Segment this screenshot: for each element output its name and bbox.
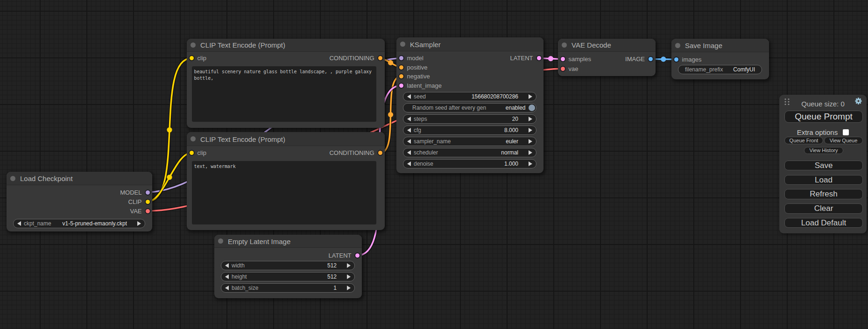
decrement-arrow-icon[interactable] (407, 139, 411, 144)
input-port-images-dot[interactable] (674, 57, 678, 62)
output-port-label: CLIP (128, 198, 142, 205)
output-port-MODEL-dot[interactable] (146, 190, 150, 195)
queue-front-button[interactable]: Queue Front (784, 137, 823, 144)
drag-handle-icon[interactable] (784, 98, 790, 105)
input-port-positive-dot[interactable] (399, 65, 403, 70)
refresh-button[interactable]: Refresh (784, 189, 863, 199)
node-clip-negative[interactable]: CLIP Text Encode (Prompt) clip CONDITION… (187, 132, 385, 230)
node-empty-latent[interactable]: Empty Latent Image LATENT width512 heigh… (214, 235, 362, 298)
output-port-label: IMAGE (625, 56, 645, 63)
link-negative-conditioning-to-ksampler-midpoint-dot[interactable] (388, 112, 393, 117)
node-vae-decode[interactable]: VAE Decode samples vae IMAGE (558, 39, 656, 76)
widget-ckpt_name[interactable]: ckpt_namev1-5-pruned-emaonly.ckpt (13, 219, 145, 228)
increment-arrow-icon[interactable] (347, 274, 351, 279)
input-port-label: latent_image (407, 82, 442, 89)
node-ksampler[interactable]: KSampler model positive negative latent_… (396, 37, 543, 173)
input-port-negative-dot[interactable] (399, 74, 403, 78)
input-negative: negative (399, 72, 430, 81)
link-clip-to-positive-prompt-midpoint-dot[interactable] (167, 127, 172, 133)
input-port-label: clip (198, 149, 207, 156)
load-default-button[interactable]: Load Default (784, 218, 863, 228)
increment-arrow-icon[interactable] (529, 94, 532, 99)
widget-cfg[interactable]: cfg8.000 (403, 126, 536, 135)
input-latent_image: latent_image (399, 81, 442, 90)
output-CONDITIONING: CONDITIONING (329, 148, 382, 158)
node-graph-canvas[interactable]: Load Checkpoint MODEL CLIP VAE ckpt_name… (0, 0, 868, 329)
node-body: LATENT width512 height512 batch_size1 (214, 235, 362, 298)
input-port-latent_image-dot[interactable] (399, 84, 403, 88)
widget-denoise[interactable]: denoise1.000 (403, 159, 536, 168)
output-port-CONDITIONING-dot[interactable] (378, 56, 382, 60)
increment-arrow-icon[interactable] (347, 286, 351, 290)
increment-arrow-icon[interactable] (529, 161, 532, 166)
input-model: model (399, 54, 423, 63)
clear-button[interactable]: Clear (784, 203, 863, 214)
widget-random_seed[interactable]: Random seed after every genenabled (403, 103, 536, 112)
widget-value: 512 (247, 273, 337, 280)
output-port-label: MODEL (120, 189, 141, 196)
increment-arrow-icon[interactable] (347, 263, 351, 268)
widget-batch_size[interactable]: batch_size1 (221, 283, 355, 293)
widget-value: 20 (427, 116, 518, 122)
widget-label: batch_size (232, 285, 258, 291)
widget-height[interactable]: height512 (221, 272, 355, 281)
node-load-checkpoint[interactable]: Load Checkpoint MODEL CLIP VAE ckpt_name… (7, 172, 152, 231)
decrement-arrow-icon[interactable] (17, 221, 21, 226)
output-LATENT: LATENT (329, 251, 360, 260)
node-clip-positive[interactable]: CLIP Text Encode (Prompt) clip CONDITION… (187, 39, 385, 128)
widget-label: seed (414, 93, 426, 100)
input-port-label: images (682, 56, 702, 63)
link-clip-to-negative-prompt-midpoint-dot[interactable] (167, 175, 172, 180)
widget-scheduler[interactable]: schedulernormal (403, 148, 536, 157)
settings-gear-icon[interactable] (855, 98, 862, 105)
decrement-arrow-icon[interactable] (407, 128, 411, 133)
input-port-model-dot[interactable] (399, 56, 403, 60)
widget-sampler_name[interactable]: sampler_nameeuler (403, 137, 536, 146)
widget-label: denoise (414, 161, 433, 167)
widget-filename_prefix[interactable]: filename_prefixComfyUI (678, 65, 762, 74)
link-positive-conditioning-to-ksampler-midpoint-dot[interactable] (388, 60, 393, 65)
link-latent-ksampler-to-vae-decode-midpoint-dot[interactable] (548, 56, 553, 61)
output-port-CONDITIONING-dot[interactable] (378, 151, 382, 155)
input-port-clip-dot[interactable] (190, 151, 194, 155)
negative-prompt-textarea[interactable]: text, watermark (192, 161, 376, 224)
widget-label: cfg (414, 127, 421, 133)
widget-value: 512 (245, 262, 337, 269)
widget-width[interactable]: width512 (221, 261, 355, 270)
load-button[interactable]: Load (784, 175, 863, 185)
widget-value: 8.000 (421, 127, 518, 133)
output-port-LATENT-dot[interactable] (537, 56, 541, 60)
increment-arrow-icon[interactable] (529, 117, 532, 121)
positive-prompt-textarea[interactable]: beautiful scenery nature glass bottle la… (192, 66, 376, 122)
widget-seed[interactable]: seed156680208700286 (403, 92, 536, 101)
decrement-arrow-icon[interactable] (407, 94, 411, 99)
widget-label: ckpt_name (24, 220, 51, 227)
increment-arrow-icon[interactable] (529, 150, 532, 155)
output-port-CLIP-dot[interactable] (146, 200, 150, 204)
decrement-arrow-icon[interactable] (225, 286, 229, 290)
increment-arrow-icon[interactable] (529, 128, 532, 133)
input-port-clip-dot[interactable] (190, 56, 194, 60)
widget-value: enabled (486, 105, 525, 111)
queue-prompt-button[interactable]: Queue Prompt (784, 111, 863, 123)
output-port-IMAGE-dot[interactable] (649, 57, 653, 61)
input-port-samples-dot[interactable] (561, 57, 565, 61)
decrement-arrow-icon[interactable] (407, 150, 411, 155)
decrement-arrow-icon[interactable] (407, 161, 411, 166)
increment-arrow-icon[interactable] (529, 139, 532, 144)
extra-options-checkbox[interactable] (843, 129, 849, 135)
output-port-VAE-dot[interactable] (146, 209, 150, 213)
decrement-arrow-icon[interactable] (225, 274, 229, 279)
increment-arrow-icon[interactable] (137, 221, 141, 226)
widget-steps[interactable]: steps20 (403, 114, 536, 124)
view-queue-button[interactable]: View Queue (824, 137, 863, 144)
input-port-vae-dot[interactable] (561, 67, 565, 71)
node-save-image[interactable]: Save Image images filename_prefixComfyUI (671, 39, 769, 79)
output-port-LATENT-dot[interactable] (355, 253, 360, 258)
decrement-arrow-icon[interactable] (225, 263, 229, 268)
decrement-arrow-icon[interactable] (407, 117, 411, 121)
save-button[interactable]: Save (784, 161, 863, 171)
output-VAE: VAE (130, 206, 149, 216)
link-image-vae-decode-to-save-midpoint-dot[interactable] (661, 56, 666, 62)
view-history-button[interactable]: View History (804, 147, 843, 154)
